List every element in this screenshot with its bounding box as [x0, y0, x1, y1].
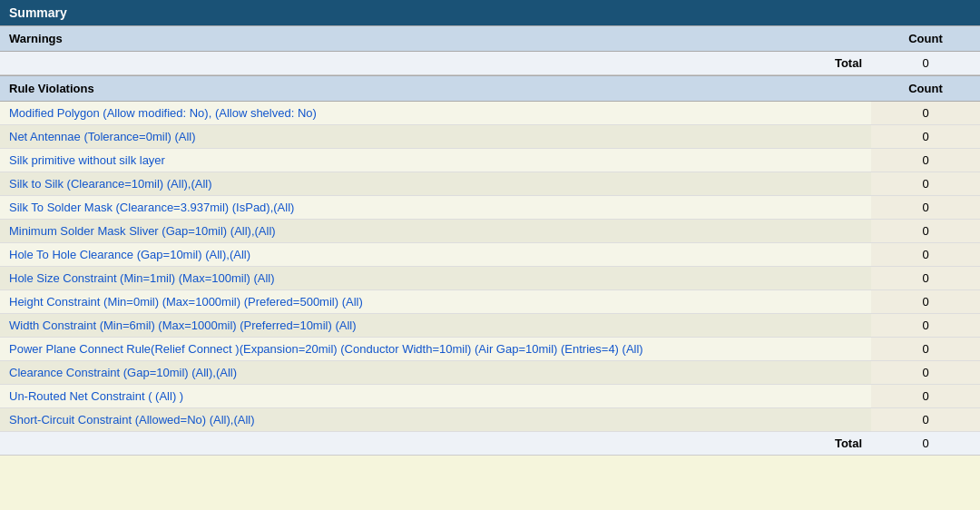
- violation-label: Un-Routed Net Constraint ( (All) ): [0, 385, 871, 407]
- violation-label: Clearance Constraint (Gap=10mil) (All),(…: [0, 361, 871, 384]
- table-row: Clearance Constraint (Gap=10mil) (All),(…: [0, 361, 980, 385]
- violation-count: 0: [871, 243, 980, 266]
- warnings-label: Warnings: [0, 26, 871, 51]
- violation-link[interactable]: Width Constraint (Min=6mil) (Max=1000mil…: [9, 319, 357, 332]
- table-row: Hole To Hole Clearance (Gap=10mil) (All)…: [0, 243, 980, 267]
- violations-total-row: Total 0: [0, 432, 980, 456]
- violation-label: Minimum Solder Mask Sliver (Gap=10mil) (…: [0, 220, 871, 242]
- table-row: Silk to Silk (Clearance=10mil) (All),(Al…: [0, 172, 980, 196]
- violation-label: Hole Size Constraint (Min=1mil) (Max=100…: [0, 267, 871, 289]
- violations-header-row: Rule Violations Count: [0, 75, 980, 102]
- warnings-section: Warnings Count Total 0: [0, 25, 980, 75]
- warnings-total-label: Total: [0, 52, 871, 74]
- violation-link[interactable]: Minimum Solder Mask Sliver (Gap=10mil) (…: [9, 224, 276, 238]
- violation-count: 0: [871, 290, 980, 313]
- violation-count: 0: [871, 172, 980, 195]
- violation-label: Power Plane Connect Rule(Relief Connect …: [0, 338, 871, 360]
- violation-count: 0: [871, 149, 980, 172]
- violations-count-header: Count: [871, 76, 980, 101]
- violation-link[interactable]: Clearance Constraint (Gap=10mil) (All),(…: [9, 366, 237, 379]
- violation-label: Net Antennae (Tolerance=0mil) (All): [0, 125, 871, 148]
- violation-link[interactable]: Power Plane Connect Rule(Relief Connect …: [9, 342, 643, 356]
- table-row: Silk primitive without silk layer0: [0, 149, 980, 172]
- violation-count: 0: [871, 314, 980, 337]
- violation-count: 0: [871, 385, 980, 407]
- violation-label: Silk to Silk (Clearance=10mil) (All),(Al…: [0, 172, 871, 195]
- violation-link[interactable]: Modified Polygon (Allow modified: No), (…: [9, 106, 317, 120]
- table-row: Power Plane Connect Rule(Relief Connect …: [0, 338, 980, 361]
- violation-count: 0: [871, 102, 980, 124]
- table-row: Silk To Solder Mask (Clearance=3.937mil)…: [0, 196, 980, 220]
- violation-link[interactable]: Silk To Solder Mask (Clearance=3.937mil)…: [9, 201, 294, 214]
- warnings-header-row: Warnings Count: [0, 25, 980, 52]
- warnings-total-value: 0: [871, 52, 980, 74]
- table-row: Hole Size Constraint (Min=1mil) (Max=100…: [0, 267, 980, 290]
- table-row: Short-Circuit Constraint (Allowed=No) (A…: [0, 408, 980, 432]
- violation-count: 0: [871, 338, 980, 360]
- table-row: Minimum Solder Mask Sliver (Gap=10mil) (…: [0, 220, 980, 243]
- violation-label: Modified Polygon (Allow modified: No), (…: [0, 102, 871, 124]
- table-row: Modified Polygon (Allow modified: No), (…: [0, 102, 980, 125]
- violations-total-label: Total: [0, 432, 871, 455]
- violation-count: 0: [871, 408, 980, 431]
- violation-count: 0: [871, 196, 980, 219]
- violation-count: 0: [871, 220, 980, 242]
- violations-label: Rule Violations: [0, 76, 871, 101]
- warnings-total-row: Total 0: [0, 52, 980, 75]
- warnings-count-header: Count: [871, 26, 980, 51]
- violation-link[interactable]: Hole Size Constraint (Min=1mil) (Max=100…: [9, 271, 275, 285]
- violation-count: 0: [871, 267, 980, 289]
- violation-count: 0: [871, 361, 980, 384]
- violation-link[interactable]: Short-Circuit Constraint (Allowed=No) (A…: [9, 413, 255, 427]
- violation-label: Width Constraint (Min=6mil) (Max=1000mil…: [0, 314, 871, 337]
- violation-link[interactable]: Height Constraint (Min=0mil) (Max=1000mi…: [9, 295, 363, 309]
- violation-label: Silk primitive without silk layer: [0, 149, 871, 172]
- violation-label: Height Constraint (Min=0mil) (Max=1000mi…: [0, 290, 871, 313]
- violations-list: Modified Polygon (Allow modified: No), (…: [0, 102, 980, 432]
- summary-header: Summary: [0, 0, 980, 25]
- violation-link[interactable]: Net Antennae (Tolerance=0mil) (All): [9, 130, 196, 143]
- table-row: Width Constraint (Min=6mil) (Max=1000mil…: [0, 314, 980, 338]
- violation-label: Short-Circuit Constraint (Allowed=No) (A…: [0, 408, 871, 431]
- table-row: Net Antennae (Tolerance=0mil) (All)0: [0, 125, 980, 149]
- violation-link[interactable]: Silk to Silk (Clearance=10mil) (All),(Al…: [9, 177, 212, 191]
- summary-title: Summary: [9, 5, 67, 20]
- violation-label: Silk To Solder Mask (Clearance=3.937mil)…: [0, 196, 871, 219]
- table-row: Un-Routed Net Constraint ( (All) )0: [0, 385, 980, 408]
- violation-count: 0: [871, 125, 980, 148]
- rule-violations-section: Rule Violations Count Modified Polygon (…: [0, 75, 980, 456]
- violation-label: Hole To Hole Clearance (Gap=10mil) (All)…: [0, 243, 871, 266]
- violation-link[interactable]: Hole To Hole Clearance (Gap=10mil) (All)…: [9, 248, 250, 261]
- violations-total-value: 0: [871, 432, 980, 455]
- table-row: Height Constraint (Min=0mil) (Max=1000mi…: [0, 290, 980, 314]
- violation-link[interactable]: Silk primitive without silk layer: [9, 153, 165, 167]
- summary-panel: Summary Warnings Count Total 0 Rule Viol…: [0, 0, 980, 456]
- violation-link[interactable]: Un-Routed Net Constraint ( (All) ): [9, 389, 183, 403]
